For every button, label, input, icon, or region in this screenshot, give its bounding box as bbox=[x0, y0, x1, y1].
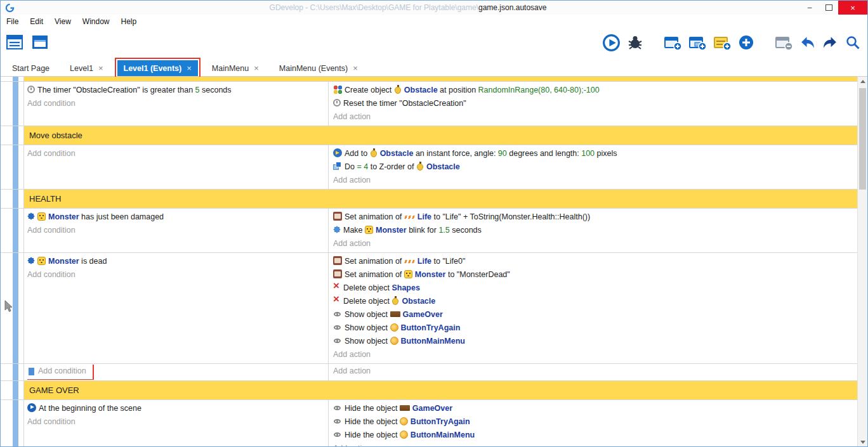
text-run: 1.5 bbox=[438, 226, 449, 235]
preview-play-button[interactable] bbox=[602, 34, 621, 52]
maximize-button[interactable] bbox=[819, 1, 838, 15]
minimize-button[interactable]: – bbox=[800, 1, 819, 15]
add-subevent-button[interactable] bbox=[688, 34, 707, 51]
tab-close-icon[interactable]: × bbox=[98, 63, 103, 73]
delete-icon bbox=[333, 296, 341, 305]
scrollbar-thumb[interactable] bbox=[859, 88, 866, 190]
action-line[interactable]: Hide the object GameOver bbox=[333, 402, 857, 415]
zorder-icon bbox=[333, 162, 342, 171]
add-action-button[interactable]: Add action bbox=[333, 365, 857, 378]
text-run: ButtonMainMenu bbox=[411, 431, 475, 439]
action-line[interactable]: Add to Obstacle an instant force, angle:… bbox=[333, 147, 857, 160]
debugger-button[interactable] bbox=[626, 34, 644, 51]
action-line[interactable]: Delete object Obstacle bbox=[333, 295, 857, 308]
actions-cell: Create object Obstacle at position Rando… bbox=[329, 82, 857, 126]
add-subevent-icon bbox=[688, 34, 707, 51]
tab-close-icon[interactable]: × bbox=[353, 63, 358, 73]
event-selector-bar[interactable] bbox=[13, 381, 18, 399]
action-line[interactable]: Delete object Shapes bbox=[333, 282, 857, 295]
tab-close-icon[interactable]: × bbox=[187, 63, 192, 73]
menu-window[interactable]: Window bbox=[77, 17, 115, 26]
comment-cell[interactable]: HEALTH bbox=[23, 190, 857, 208]
comment-cell[interactable] bbox=[23, 77, 857, 81]
monster-icon bbox=[37, 257, 46, 265]
scrollbar-up-icon[interactable] bbox=[858, 77, 867, 86]
text-run: blink for bbox=[407, 226, 439, 235]
condition-line[interactable]: At the beginning of the scene bbox=[27, 402, 328, 415]
action-line[interactable]: Make Monster blink for 1.5 seconds bbox=[333, 224, 857, 237]
scrollbar-down-icon[interactable] bbox=[858, 437, 867, 447]
tab-mainmenu-events[interactable]: MainMenu (Events) × bbox=[273, 60, 364, 76]
event-selector-bar[interactable] bbox=[13, 209, 18, 252]
condition-line[interactable]: Monster is dead bbox=[27, 255, 328, 268]
text-run: Monster bbox=[415, 270, 446, 279]
menu-file[interactable]: File bbox=[1, 17, 24, 26]
add-condition-button[interactable]: Add condition bbox=[27, 365, 328, 380]
tab-level1[interactable]: Level1 × bbox=[63, 60, 109, 76]
add-action-button[interactable]: Add action bbox=[333, 110, 857, 124]
event-selector-bar[interactable] bbox=[13, 126, 18, 145]
event-selector-bar[interactable] bbox=[13, 364, 18, 380]
action-line[interactable]: Set animation of Life to "Life0" bbox=[333, 255, 857, 268]
conditions-cell: Add condition bbox=[24, 364, 329, 380]
close-button[interactable]: × bbox=[838, 1, 867, 15]
drag-handle-icon[interactable] bbox=[29, 368, 34, 375]
action-line[interactable]: Set animation of Monster to "MonsterDead… bbox=[333, 268, 857, 282]
event-selector-bar[interactable] bbox=[13, 190, 18, 208]
search-button[interactable] bbox=[845, 34, 861, 51]
timer-icon bbox=[27, 86, 35, 93]
tab-close-icon[interactable]: × bbox=[254, 63, 259, 73]
menu-edit[interactable]: Edit bbox=[24, 17, 49, 26]
add-condition-button[interactable]: Add condition bbox=[27, 147, 328, 160]
tab-mainmenu[interactable]: MainMenu × bbox=[206, 60, 265, 76]
action-line[interactable]: Do = 4 to Z-order of Obstacle bbox=[333, 160, 857, 174]
text-run: Obstacle bbox=[404, 86, 438, 94]
obstacle-icon bbox=[370, 148, 378, 157]
comment-cell[interactable]: GAME OVER bbox=[23, 381, 857, 399]
action-line[interactable]: Show object GameOver bbox=[333, 308, 857, 321]
monster-icon bbox=[37, 212, 46, 221]
tab-level1-events[interactable]: Level1 (Events) × bbox=[117, 60, 198, 76]
event-selector-bar[interactable] bbox=[13, 145, 18, 189]
action-line[interactable]: Hide the object ButtonTryAgain bbox=[333, 415, 857, 429]
action-line[interactable]: Show object ButtonMainMenu bbox=[333, 335, 857, 348]
action-line[interactable]: Set animation of Life to "Life" + ToStri… bbox=[333, 211, 857, 224]
add-event-button[interactable] bbox=[663, 34, 682, 51]
visibility-icon bbox=[333, 404, 342, 412]
action-line[interactable]: Reset the timer "ObstacleCreation" bbox=[333, 97, 857, 110]
tab-start-page[interactable]: Start Page bbox=[6, 60, 56, 76]
condition-line[interactable]: Monster has just been damaged bbox=[27, 211, 328, 224]
comment-cell[interactable]: Move obstacle bbox=[23, 126, 857, 145]
vertical-scrollbar[interactable] bbox=[857, 77, 867, 447]
event-selector-bar[interactable] bbox=[13, 253, 18, 363]
add-condition-button[interactable]: Add condition bbox=[27, 268, 328, 282]
add-condition-button[interactable]: Add condition bbox=[27, 224, 328, 237]
remove-event-button[interactable] bbox=[774, 34, 793, 51]
add-action-button[interactable]: Add action bbox=[333, 348, 857, 361]
start-page-button[interactable] bbox=[31, 34, 50, 51]
undo-button[interactable] bbox=[799, 34, 816, 51]
text-run: The timer "ObstacleCreation" is greater … bbox=[37, 86, 195, 94]
add-condition-button[interactable]: Add condition bbox=[27, 415, 328, 429]
animation-icon bbox=[333, 212, 342, 221]
event-cell: Monster has just been damagedAdd conditi… bbox=[23, 209, 857, 252]
button-icon bbox=[390, 337, 398, 345]
menu-view[interactable]: View bbox=[49, 17, 77, 26]
add-more-button[interactable] bbox=[737, 34, 755, 51]
add-condition-button[interactable]: Add condition bbox=[27, 97, 328, 110]
add-action-button[interactable]: Add action bbox=[333, 237, 857, 250]
action-line[interactable]: Create object Obstacle at position Rando… bbox=[333, 84, 857, 97]
visibility-icon bbox=[333, 323, 342, 332]
add-action-button[interactable]: Add action bbox=[333, 442, 857, 447]
redo-button[interactable] bbox=[822, 34, 839, 51]
condition-line[interactable]: The timer "ObstacleCreation" is greater … bbox=[27, 84, 328, 97]
add-comment-button[interactable] bbox=[713, 34, 732, 51]
action-line[interactable]: Show object ButtonTryAgain bbox=[333, 321, 857, 335]
event-selector-bar[interactable] bbox=[13, 82, 18, 126]
event-selector-bar[interactable] bbox=[13, 77, 18, 81]
menu-help[interactable]: Help bbox=[115, 17, 143, 26]
projects-manager-button[interactable] bbox=[6, 34, 25, 51]
event-selector-bar[interactable] bbox=[13, 400, 18, 447]
add-action-button[interactable]: Add action bbox=[333, 174, 857, 187]
action-line[interactable]: Hide the object ButtonMainMenu bbox=[333, 429, 857, 442]
